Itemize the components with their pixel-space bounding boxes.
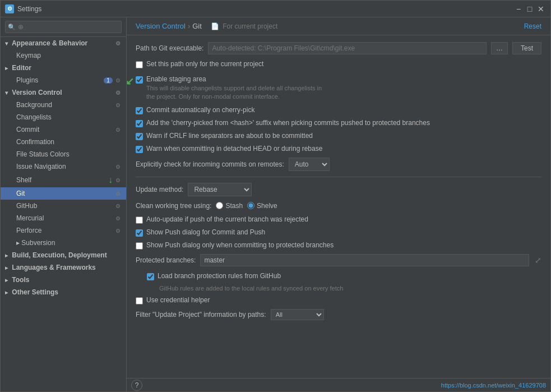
sidebar-item-background[interactable]: Background ⚙ (1, 99, 126, 111)
credential-checkbox[interactable] (136, 297, 143, 305)
clean-stash-option: Stash (216, 202, 243, 210)
divider-1 (136, 177, 541, 177)
add-suffix-checkbox[interactable] (136, 120, 143, 127)
breadcrumb-parent[interactable]: Version Control (136, 22, 186, 30)
browse-button[interactable]: … (491, 42, 508, 54)
auto-update-row: Auto-update if push of the current branc… (136, 215, 541, 224)
svn-chevron-icon: ▸ (16, 239, 20, 247)
shelf-icon: ⚙ (114, 176, 122, 184)
github-icon: ⚙ (114, 202, 122, 210)
sidebar-item-background-label: Background (16, 101, 52, 109)
sidebar-item-appearance[interactable]: ▾ Appearance & Behavior ⚙ (1, 37, 126, 49)
sidebar-item-shelf[interactable]: Shelf ↓ ⚙ (1, 173, 126, 187)
set-path-checkbox[interactable] (136, 61, 143, 68)
update-method-label: Update method: (136, 186, 183, 193)
warn-crlf-row: Warn if CRLF line separators are about t… (136, 132, 541, 140)
warn-detached-checkbox[interactable] (136, 146, 143, 153)
sidebar-item-mercurial[interactable]: Mercurial ⚙ (1, 212, 126, 224)
sidebar-item-plugins[interactable]: Plugins 1 ⚙ (1, 74, 126, 86)
test-button[interactable]: Test (512, 42, 541, 54)
github-rules-desc: GitHub rules are added to the local rule… (147, 285, 541, 292)
warn-crlf-checkbox[interactable] (136, 133, 143, 140)
sidebar-item-issue-nav-label: Issue Navigation (16, 163, 66, 170)
sidebar-item-file-status[interactable]: File Status Colors (1, 148, 126, 160)
current-project-label: For current project (223, 22, 277, 30)
sidebar-item-build-label: Build, Execution, Deployment (12, 251, 107, 259)
sidebar-item-issue-nav[interactable]: Issue Navigation ⚙ (1, 160, 126, 173)
bottom-bar: ? https://blog.csdn.net/weixin_41629708 (127, 378, 550, 391)
enable-staging-label: Enable staging area (146, 75, 206, 83)
close-button[interactable]: ✕ (536, 4, 546, 14)
sidebar-item-github-label: GitHub (16, 202, 37, 210)
main-content: Path to Git executable: … Test Set this … (127, 35, 550, 378)
clean-stash-label: Stash (225, 202, 243, 210)
breadcrumb-current: Git (192, 22, 202, 30)
enable-staging-checkbox[interactable] (136, 76, 143, 84)
warn-detached-label: Warn when committing in detached HEAD or… (146, 145, 322, 153)
check-incoming-dropdown[interactable]: Auto Always Never (289, 158, 330, 171)
lang-chevron-icon: ▸ (5, 265, 8, 271)
sidebar-item-github[interactable]: GitHub ⚙ (1, 200, 126, 212)
shelf-icons: ↓ ⚙ (108, 175, 122, 185)
vc-chevron-icon: ▾ (5, 90, 8, 96)
clean-shelve-label: Shelve (257, 202, 277, 210)
sidebar-item-languages[interactable]: ▸ Languages & Frameworks (1, 261, 126, 274)
sidebar-item-editor[interactable]: ▸ Editor (1, 62, 126, 74)
tools-chevron-icon: ▸ (5, 277, 8, 283)
enable-staging-content: Enable staging area This will disable ch… (146, 75, 322, 102)
check-incoming-row: Explicitly check for incoming commits on… (136, 158, 541, 171)
github-icons: ⚙ (114, 202, 122, 210)
filter-dropdown[interactable]: All Only relevant (271, 309, 324, 320)
sidebar-item-commit[interactable]: Commit ⚙ (1, 123, 126, 136)
sidebar-item-perforce-label: Perforce (16, 227, 41, 234)
auto-update-label: Auto-update if push of the current branc… (146, 215, 308, 223)
sidebar-item-build[interactable]: ▸ Build, Execution, Deployment (1, 249, 126, 261)
perforce-icon: ⚙ (114, 227, 122, 234)
load-branch-checkbox[interactable] (147, 273, 154, 280)
search-box: 🔍 (1, 17, 126, 37)
appearance-icons: ⚙ (114, 39, 122, 47)
show-push-checkbox[interactable] (136, 229, 143, 237)
plugins-icon: ⚙ (114, 76, 122, 84)
protected-branches-input[interactable] (200, 254, 529, 266)
content-area: 🔍 ▾ Appearance & Behavior ⚙ Keymap (1, 17, 550, 391)
clean-shelve-option: Shelve (247, 202, 277, 210)
sidebar-item-tools[interactable]: ▸ Tools (1, 274, 126, 286)
reset-button[interactable]: Reset (524, 22, 541, 30)
title-bar: ⚙ Settings − □ ✕ (1, 1, 550, 17)
sidebar-item-git[interactable]: Git ⚙ (1, 187, 126, 200)
vc-icons: ⚙ (114, 89, 122, 96)
minimize-button[interactable]: − (513, 4, 524, 14)
maximize-button[interactable]: □ (525, 4, 535, 14)
show-push-label: Show Push dialog for Commit and Push (146, 228, 265, 236)
auto-commit-checkbox[interactable] (136, 107, 143, 114)
clean-shelve-radio[interactable] (247, 202, 254, 209)
sidebar-item-perforce[interactable]: Perforce ⚙ (1, 224, 126, 237)
auto-commit-row: Commit automatically on cherry-pick (136, 106, 541, 114)
auto-commit-label: Commit automatically on cherry-pick (146, 106, 254, 114)
settings-window: ⚙ Settings − □ ✕ 🔍 ▾ Appearance & Behavi… (0, 0, 551, 392)
auto-update-checkbox[interactable] (136, 216, 143, 224)
enable-staging-row: ↙ Enable staging area This will disable … (136, 75, 541, 102)
sidebar-item-languages-label: Languages & Frameworks (12, 264, 95, 271)
show-push-only-checkbox[interactable] (136, 242, 143, 250)
bg-icon: ⚙ (114, 101, 122, 109)
set-path-row: Set this path only for the current proje… (136, 60, 541, 68)
window-controls: − □ ✕ (513, 4, 546, 14)
search-input[interactable] (5, 21, 122, 33)
sidebar-item-confirmation[interactable]: Confirmation (1, 136, 126, 148)
sidebar-item-subversion[interactable]: ▸ Subversion (1, 237, 126, 249)
sidebar-item-editor-label: Editor (12, 64, 31, 72)
update-method-dropdown[interactable]: Rebase Merge Branch Default (188, 183, 252, 196)
path-input[interactable] (208, 42, 487, 54)
breadcrumb: Version Control › Git (136, 22, 202, 30)
sidebar-item-version-control[interactable]: ▾ Version Control ⚙ (1, 86, 126, 99)
filter-row: Filter "Update Project" information by p… (136, 309, 541, 320)
clean-stash-radio[interactable] (216, 202, 223, 209)
warn-crlf-label: Warn if CRLF line separators are about t… (146, 132, 313, 140)
sidebar-item-changelists[interactable]: Changelists (1, 111, 126, 123)
sidebar-item-keymap[interactable]: Keymap (1, 49, 126, 62)
sidebar-item-other[interactable]: ▸ Other Settings (1, 286, 126, 298)
help-button[interactable]: ? (131, 380, 142, 391)
show-push-only-row: Show Push dialog only when committing to… (136, 241, 541, 250)
